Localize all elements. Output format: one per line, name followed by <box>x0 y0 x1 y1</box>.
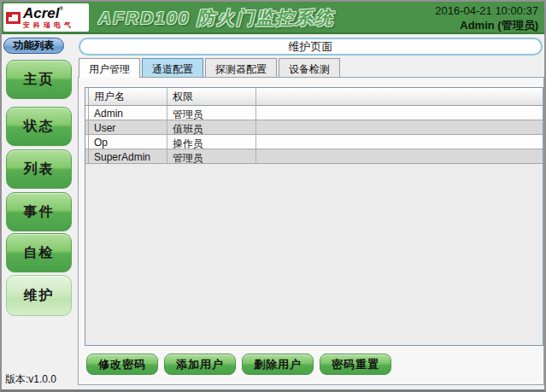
cell-role: 管理员 <box>167 149 256 163</box>
app-title: AFRD100 防火门监控系统 <box>98 6 334 30</box>
cell-username: Admin <box>89 106 167 120</box>
tab-detector-config[interactable]: 探测器配置 <box>205 58 277 77</box>
acrel-logo-icon <box>6 12 21 24</box>
sidebar: 功能列表 主页 状态 列表 事件 自检 维护 版本:v1.0.0 <box>2 36 76 389</box>
table-row[interactable]: Op 操作员 <box>85 135 543 149</box>
table-row[interactable]: User 值班员 <box>85 120 543 135</box>
user-table: 用户名 权限 Admin 管理员 User 值班员 Op 操作员 SuperAd… <box>85 87 543 346</box>
table-row[interactable]: SuperAdmin 管理员 <box>85 149 543 164</box>
column-header-role: 权限 <box>167 88 256 105</box>
column-header-username: 用户名 <box>89 88 167 105</box>
delete-user-button[interactable]: 删除用户 <box>242 354 314 375</box>
table-header-row: 用户名 权限 <box>85 88 543 106</box>
cell-role: 值班员 <box>167 120 256 134</box>
cell-username: User <box>89 120 167 134</box>
cell-role: 管理员 <box>167 106 256 120</box>
version-label: 版本:v1.0.0 <box>5 372 56 387</box>
brand-name: Acrel® <box>23 6 74 20</box>
sidebar-item-selfcheck[interactable]: 自检 <box>6 233 72 272</box>
datetime-label: 2016-04-21 10:00:37 <box>435 3 538 18</box>
page-title: 维护页面 <box>79 38 543 56</box>
table-row[interactable]: Admin 管理员 <box>85 106 543 120</box>
sidebar-item-status[interactable]: 状态 <box>6 107 72 146</box>
add-user-button[interactable]: 添加用户 <box>164 354 236 375</box>
cell-role: 操作员 <box>167 135 256 149</box>
sidebar-item-list[interactable]: 列表 <box>6 149 72 189</box>
tab-device-check[interactable]: 设备检测 <box>279 58 340 77</box>
sidebar-item-events[interactable]: 事件 <box>6 192 72 231</box>
app-window: Acrel® 安科瑞电气 AFRD100 防火门监控系统 2016-04-21 … <box>0 0 546 392</box>
action-button-row: 修改密码 添加用户 删除用户 密码重置 <box>86 354 391 375</box>
sidebar-item-maintenance[interactable]: 维护 <box>6 275 72 316</box>
reset-password-button[interactable]: 密码重置 <box>320 354 391 375</box>
brand-subtitle: 安科瑞电气 <box>23 22 74 29</box>
tab-bar: 用户管理 通道配置 探测器配置 设备检测 <box>79 58 340 77</box>
sidebar-item-home[interactable]: 主页 <box>6 60 72 99</box>
current-user-label: Admin (管理员) <box>435 18 538 32</box>
tab-user-management[interactable]: 用户管理 <box>79 58 140 78</box>
change-password-button[interactable]: 修改密码 <box>86 354 158 375</box>
acrel-logo: Acrel® 安科瑞电气 <box>3 3 89 32</box>
column-header-empty <box>256 88 543 105</box>
cell-username: SuperAdmin <box>89 149 167 163</box>
cell-username: Op <box>89 135 167 149</box>
sidebar-title: 功能列表 <box>3 38 64 54</box>
tab-channel-config[interactable]: 通道配置 <box>142 58 203 77</box>
header-bar: Acrel® 安科瑞电气 AFRD100 防火门监控系统 2016-04-21 … <box>2 2 544 34</box>
